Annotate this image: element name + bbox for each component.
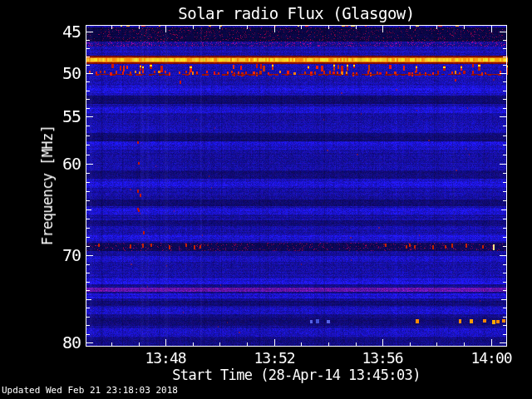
x-tick-label: 14:00 — [470, 349, 511, 367]
x-axis-title: Start Time (28-Apr-14 13:45:03) — [86, 367, 507, 383]
y-tick-label: 80 — [62, 332, 81, 352]
x-tick-label: 13:52 — [254, 349, 294, 367]
spectrogram-page: Solar radio Flux (Glasgow) Frequency [MH… — [0, 0, 532, 399]
y-axis-title: Frequency [MHz] — [39, 126, 56, 246]
y-tick-label: 60 — [62, 154, 81, 174]
y-tick-label: 50 — [62, 63, 81, 83]
x-tick-label: 13:48 — [145, 349, 185, 367]
y-tick-label: 45 — [62, 22, 81, 42]
y-tick-label: 55 — [62, 106, 81, 126]
x-tick-label: 13:56 — [362, 349, 402, 367]
y-tick-label: 70 — [62, 245, 81, 265]
chart-title: Solar radio Flux (Glasgow) — [86, 4, 507, 22]
updated-timestamp: Updated Wed Feb 21 23:18:03 2018 — [2, 385, 178, 396]
